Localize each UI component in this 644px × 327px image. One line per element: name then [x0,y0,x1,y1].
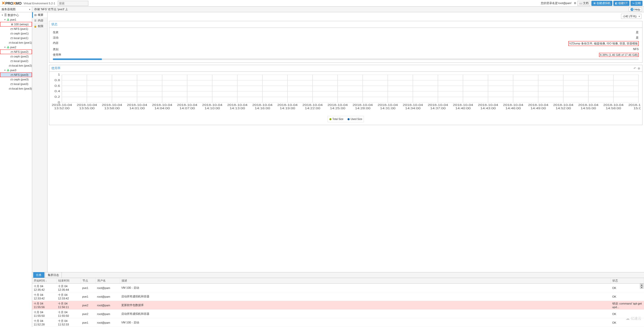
status-enabled-value: 是 [636,30,639,34]
status-usage-value: 8.38% (1.46 GiB of 17.46 GiB) [599,53,639,57]
tree-vm-100[interactable]: 🖥100 (winxp) [0,22,32,27]
svg-text:14:19:00: 14:19:00 [280,107,295,110]
tree-storage-nfs-pve2[interactable]: 🗃NFS (pve2) [0,50,32,54]
svg-text:14:55:00: 14:55:00 [581,107,596,110]
left-panel: 服务器视图 ▾ ▾🗄数据中心 ▾🖧pve1 🖥100 (winxp) 🗃NFS … [0,7,32,327]
book-icon: ▤ [34,14,37,16]
tab-permissions[interactable]: 🔓权限 [32,23,47,29]
svg-text:14:49:00: 14:49:00 [530,107,546,110]
logo-text-x: X [13,1,16,5]
table-row[interactable]: 十月 04 11:55:50十月 04 11:55:50pve2root@pam… [32,310,644,318]
svg-text:2018-10-04: 2018-10-04 [102,104,122,107]
log-tabs: 任务 集群日志 [32,272,644,278]
logout-button[interactable]: ↪注销 [630,1,642,6]
scroll-up-icon[interactable]: ▲ [640,284,643,286]
storage-icon: 🗃 [10,32,13,35]
tree-datacenter[interactable]: ▾🗄数据中心 [0,13,32,17]
tree-storage-nfs-pve1[interactable]: 🗃NFS (pve1) [0,27,32,31]
node-icon: 🖧 [6,46,10,49]
tree-storage-ceph-pve3[interactable]: 🗃ceph (pve3) [0,77,32,82]
tree-storage-locallvm-pve2[interactable]: 🗃local-lvm (pve2) [0,63,32,68]
table-row[interactable]: 十月 04 12:33:42十月 04 12:33:42pve1root@pam… [32,292,644,301]
svg-text:0.2: 0.2 [55,95,60,99]
svg-text:13:52:00: 13:52:00 [54,107,69,110]
maximize-icon[interactable]: ⊕ [638,67,640,70]
docs-button[interactable]: 📖文档 [577,1,590,6]
tree-node-pve2[interactable]: ▾🖧pve2 [0,45,32,50]
create-vm-button[interactable]: 🖥创建虚拟机 [591,1,612,6]
book-icon: 📖 [579,2,582,5]
legend-used[interactable]: Used Size [348,118,362,120]
chevron-down-icon: ▾ [29,8,30,11]
tree-storage-ceph-pve1[interactable]: 🗃ceph (pve1) [0,31,32,36]
svg-text:14:43:00: 14:43:00 [480,107,496,110]
tree-storage-locallvm-pve1[interactable]: 🗃local-lvm (pve1) [0,40,32,45]
tree-node-pve3[interactable]: ▾🖧pve3 [0,68,32,72]
time-range-selector[interactable]: 小时 (平均) [621,14,641,19]
log-tab-cluster[interactable]: 集群日志 [45,272,62,278]
create-ct-button[interactable]: ◧创建CT [613,1,629,6]
svg-text:14:46:00: 14:46:00 [505,107,521,110]
tab-summary[interactable]: ▤概要 [32,12,47,18]
scroll-down-icon[interactable]: ▼ [640,286,643,289]
resource-tree: ▾🗄数据中心 ▾🖧pve1 🖥100 (winxp) 🗃NFS (pve1) 🗃… [0,12,32,327]
svg-text:14:34:00: 14:34:00 [405,107,421,110]
col-user[interactable]: 用户名 [96,278,120,284]
svg-text:14:40:00: 14:40:00 [455,107,471,110]
legend-total[interactable]: Total Size [329,118,343,120]
tree-storage-ceph-pve2[interactable]: 🗃ceph (pve2) [0,54,32,59]
status-panel-title: 状态 [49,21,642,28]
monitor-icon: 🖥 [10,23,14,26]
tree-storage-local-pve2[interactable]: 🗃local (pve2) [0,59,32,63]
col-desc[interactable]: 描述 [120,278,611,284]
table-row[interactable]: 十月 04 11:52:28十月 04 11:52:33pve1root@pam… [32,318,644,327]
help-button[interactable]: ?Help [629,7,642,11]
svg-text:2018-10-04: 2018-10-04 [553,104,573,107]
list-icon: ☰ [34,19,37,22]
legend-dot-total [329,118,331,120]
gear-icon[interactable]: ⚙ [574,2,576,5]
log-scroll: ▲ ▼ [640,284,643,289]
status-usage-label: 使用率 [53,53,61,57]
logo-x-icon: ✕ [2,1,5,6]
svg-text:2018-10-04: 2018-10-04 [52,104,72,107]
bottom-log-panel: 任务 集群日志 开始时间 结束时间 节点 用户名 描述 状态 [32,272,644,327]
undo-icon[interactable]: ↶ [634,67,636,70]
tree-storage-locallvm-pve3[interactable]: 🗃local-lvm (pve3) [0,86,32,91]
view-selector[interactable]: 服务器视图 ▾ [0,7,32,12]
col-start-time[interactable]: 开始时间 [32,278,56,284]
chart-legend: Total Size Used Size [328,116,364,122]
svg-text:14:10:00: 14:10:00 [205,107,220,110]
right-area: 存储 'NFS' 在节点 'pve3' 上 ?Help ▤概要 ☰内容 🔓权限 … [32,7,644,327]
tree-node-pve1[interactable]: ▾🖧pve1 [0,17,32,22]
status-type-label: 类别 [53,47,58,51]
tree-storage-local-pve1[interactable]: 🗃local (pve1) [0,36,32,40]
breadcrumb: 存储 'NFS' 在节点 'pve3' 上 [34,7,68,11]
svg-text:13:55:00: 13:55:00 [79,107,94,110]
svg-text:14:28:00: 14:28:00 [355,107,370,110]
logo-text-mo: MO [16,1,21,5]
search-input[interactable] [58,1,88,6]
table-row[interactable]: 十月 04 11:55:56十月 04 11:56:11pve2root@pam… [32,301,644,310]
col-status[interactable]: 状态 [611,278,644,284]
tree-storage-nfs-pve3[interactable]: 🗃NFS (pve3) [0,72,32,77]
legend-dot-used [348,118,350,120]
log-tab-tasks[interactable]: 任务 [33,272,44,278]
col-node[interactable]: 节点 [81,278,96,284]
svg-text:2018-10-04: 2018-10-04 [302,104,323,107]
col-end-time[interactable]: 结束时间 [56,278,81,284]
svg-text:0.8: 0.8 [55,79,60,82]
storage-icon: 🗃 [10,27,13,30]
status-active-label: 活动 [53,36,58,40]
tree-storage-local-pve3[interactable]: 🗃local (pve3) [0,82,32,86]
storage-icon: 🗃 [10,82,13,86]
chart-panel: 使用率 ↶⊕ 00.20.40.60.81 2018-10-0413:52:00… [49,65,642,125]
svg-text:2018-10-04: 2018-10-04 [252,104,272,107]
tab-content[interactable]: ☰内容 [32,18,47,23]
chart-title: 使用率 [51,66,61,70]
status-enabled-label: 生效 [53,30,58,34]
svg-text:2018-10-04: 2018-10-04 [227,104,247,107]
storage-icon: 🗃 [9,64,11,67]
cube-icon: ◧ [615,2,617,5]
table-row[interactable]: 十月 04 12:35:42十月 04 12:35:44pve1root@pam… [32,284,644,292]
